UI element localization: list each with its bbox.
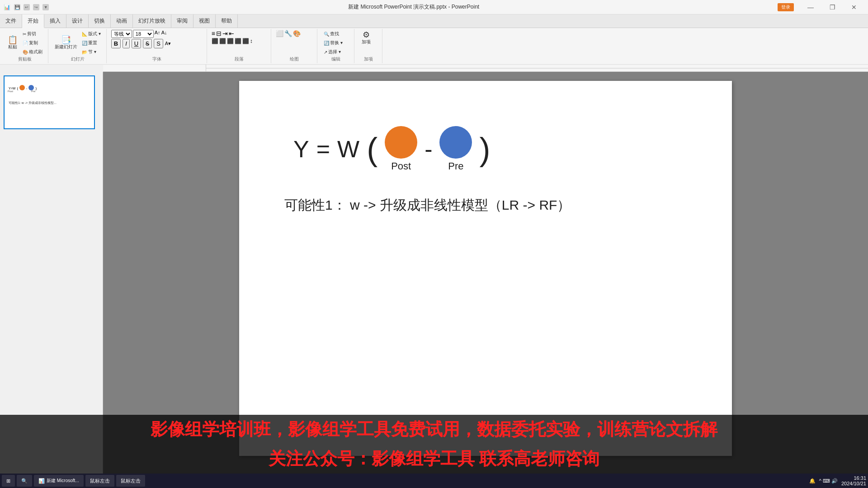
preview-minus: - <box>26 87 27 90</box>
outdent-btn[interactable]: ⇤ <box>229 30 234 37</box>
taskbar-search[interactable]: 🔍 <box>17 475 32 487</box>
shadow-btn[interactable]: S <box>154 39 163 48</box>
format-painter-label: 格式刷 <box>29 49 42 55</box>
search-icon: 🔍 <box>21 478 28 484</box>
new-slide-btn[interactable]: 📑 新建幻灯片 <box>53 35 79 51</box>
addins-btn[interactable]: ⚙ 加项 <box>359 30 373 46</box>
select-label: 选择 ▾ <box>328 49 341 55</box>
font-family-select[interactable]: 等线 <box>111 30 132 38</box>
cut-label: 剪切 <box>27 31 36 37</box>
section-btn[interactable]: 📂节 ▾ <box>80 48 103 56</box>
new-slide-label: 新建幻灯片 <box>55 44 77 50</box>
formula-container: Y = W ( Post - Pre ) <box>293 126 490 172</box>
line-spacing-btn[interactable]: ↕ <box>250 38 253 44</box>
select-icon: ↗ <box>324 50 327 55</box>
ribbon-tabs: 文件 开始 插入 设计 切换 动画 幻灯片放映 审阅 视图 帮助 <box>0 14 868 28</box>
align-right-btn[interactable]: ⬛ <box>227 38 234 44</box>
tab-transitions[interactable]: 切换 <box>89 14 111 28</box>
tab-insert[interactable]: 插入 <box>44 14 66 28</box>
replace-btn[interactable]: 🔄 替换 ▾ <box>322 39 344 47</box>
layout-btn[interactable]: 📐版式 ▾ <box>80 30 103 38</box>
banner-line-2: 关注公众号：影像组学工具 联系高老师咨询 <box>0 444 868 474</box>
tab-file[interactable]: 文件 <box>0 14 22 28</box>
taskbar-start[interactable]: ⊞ <box>2 475 15 487</box>
banner-line-1: 影像组学培训班，影像组学工具免费试用，数据委托实验，训练营论文拆解 <box>0 415 868 444</box>
formula-minus: - <box>425 136 432 163</box>
slides-buttons: 📑 新建幻灯片 📐版式 ▾ 🔄重置 📂节 ▾ <box>53 30 103 56</box>
close-btn[interactable]: ✕ <box>844 0 864 14</box>
taskbar-item-mouse-left2[interactable]: 鼠标左击 <box>116 475 145 487</box>
slide-thumbnail-1[interactable]: Y=W ( - ) Post Pre 可能性1: w -> 升级成非线性模型..… <box>4 75 95 129</box>
tab-review[interactable]: 审阅 <box>171 14 193 28</box>
arrange-btn[interactable]: 🔧 <box>284 30 292 37</box>
tab-design[interactable]: 设计 <box>66 14 89 28</box>
ribbon-group-clipboard: 📋 粘贴 ✂剪切 📄复制 🎨格式刷 剪贴板 <box>2 29 48 63</box>
underline-btn[interactable]: U <box>132 39 141 48</box>
system-tray: ^ ⌨ 🔊 <box>819 478 838 484</box>
taskbar-item-mouse-left[interactable]: 鼠标左击 <box>85 475 114 487</box>
title-bar: 📊 💾 ↩ ↪ ▼ 新建 Microsoft PowerPoint 演示文稿.p… <box>0 0 868 14</box>
clock-date: 2024/10/21 <box>841 481 866 486</box>
italic-btn[interactable]: I <box>123 39 130 48</box>
addins-label: 加项 <box>362 39 371 45</box>
preview-open-paren: ( <box>17 86 18 90</box>
numbering-btn[interactable]: ⊟ <box>216 30 222 37</box>
cut-btn[interactable]: ✂剪切 <box>21 30 44 38</box>
font-increase-btn[interactable]: A↑ <box>155 30 160 38</box>
format-painter-btn[interactable]: 🎨格式刷 <box>21 48 44 56</box>
replace-icon: 🔄 <box>324 41 329 46</box>
tab-help[interactable]: 帮助 <box>216 14 238 28</box>
paste-label: 粘贴 <box>8 44 17 50</box>
taskbar-right: 🔔 ^ ⌨ 🔊 16:31 2024/10/21 <box>809 475 866 486</box>
select-btn[interactable]: ↗ 选择 ▾ <box>322 48 344 56</box>
paste-btn[interactable]: 📋 粘贴 <box>5 35 20 51</box>
indent-btn[interactable]: ⇥ <box>222 30 228 37</box>
formula-open-paren: ( <box>367 133 377 165</box>
justify-btn[interactable]: ⬛ <box>235 38 241 44</box>
reset-icon: 🔄 <box>82 41 87 46</box>
font-size-select[interactable]: 18 <box>133 30 154 38</box>
start-icon: ⊞ <box>6 478 10 484</box>
paragraph-label: 段落 <box>212 56 267 62</box>
ribbon-group-slides: 📑 新建幻灯片 📐版式 ▾ 🔄重置 📂节 ▾ 幻灯片 <box>49 29 107 63</box>
bold-btn[interactable]: B <box>111 39 121 48</box>
preview-post-label: Post <box>8 90 13 93</box>
find-icon: 🔍 <box>324 32 329 37</box>
minimize-btn[interactable]: — <box>800 0 821 14</box>
titlebar-center: 新建 Microsoft PowerPoint 演示文稿.pptx - Powe… <box>50 3 778 11</box>
tab-home[interactable]: 开始 <box>22 14 44 28</box>
slide-canvas: Y = W ( Post - Pre ) 可能性1： w -> 升级成非线性模型… <box>239 81 732 456</box>
post-label: Post <box>391 160 411 172</box>
tab-slideshow[interactable]: 幻灯片放映 <box>133 14 171 28</box>
tab-view[interactable]: 视图 <box>193 14 216 28</box>
formula-equals: = <box>316 136 330 163</box>
ribbon: 文件 开始 插入 设计 切换 动画 幻灯片放映 审阅 视图 帮助 📋 粘贴 ✂剪… <box>0 14 868 65</box>
ribbon-content: 📋 粘贴 ✂剪切 📄复制 🎨格式刷 剪贴板 <box>0 28 868 64</box>
bullets-btn[interactable]: ≡ <box>212 30 215 37</box>
copy-btn[interactable]: 📄复制 <box>21 39 44 47</box>
preview-circle-orange <box>19 85 25 91</box>
find-btn[interactable]: 🔍 查找 <box>322 30 344 38</box>
font-decrease-btn[interactable]: A↓ <box>161 30 167 38</box>
taskbar: ⊞ 🔍 📊 新建 Microsoft... 鼠标左击 鼠标左击 🔔 ^ ⌨ 🔊 … <box>0 474 868 488</box>
align-left-btn[interactable]: ⬛ <box>212 38 218 44</box>
titlebar-right: 登录 — ❐ ✕ <box>778 0 864 14</box>
promotional-banner: 影像组学培训班，影像组学工具免费试用，数据委托实验，训练营论文拆解 关注公众号：… <box>0 415 868 474</box>
restore-btn[interactable]: ❐ <box>822 0 843 14</box>
font-color-btn[interactable]: A▾ <box>165 41 171 47</box>
tab-animations[interactable]: 动画 <box>111 14 133 28</box>
align-center-btn[interactable]: ⬛ <box>219 38 226 44</box>
cut-icon: ✂ <box>23 32 26 37</box>
reset-btn[interactable]: 🔄重置 <box>80 39 103 47</box>
taskbar-powerpoint[interactable]: 📊 新建 Microsoft... <box>34 475 84 487</box>
notification-icon[interactable]: 🔔 <box>809 478 816 484</box>
columns-btn[interactable]: ⬛ <box>242 38 249 44</box>
quickstyle-btn[interactable]: 🎨 <box>293 30 301 37</box>
clock-time: 16:31 <box>841 475 866 481</box>
account-btn[interactable]: 登录 <box>778 3 794 11</box>
preview-pre-label: Pre <box>31 90 35 93</box>
strikethrough-btn[interactable]: S̶ <box>143 39 152 48</box>
shapes-btn[interactable]: ⬜ <box>276 30 283 37</box>
find-label: 查找 <box>330 31 339 37</box>
copy-icon: 📄 <box>23 41 28 46</box>
